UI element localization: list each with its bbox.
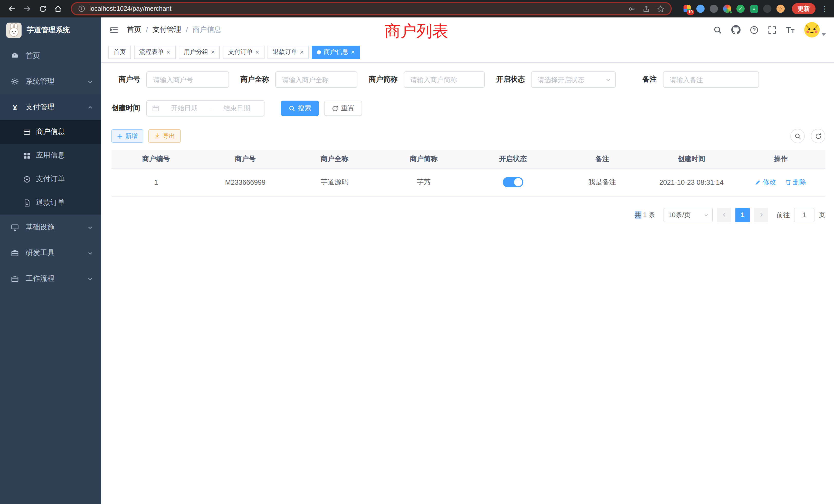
- github-icon[interactable]: [731, 25, 741, 35]
- font-size-icon[interactable]: [786, 26, 795, 34]
- prev-page-button[interactable]: [717, 208, 731, 222]
- page-size-select[interactable]: 10条/页: [663, 208, 713, 222]
- site-info-icon[interactable]: [78, 5, 85, 12]
- col-status: 开启状态: [468, 150, 558, 168]
- tab-refund-orders[interactable]: 退款订单 ×: [267, 45, 309, 59]
- tab-user-group[interactable]: 用户分组 ×: [178, 45, 220, 59]
- search-button[interactable]: 搜索: [281, 100, 319, 116]
- cell-remark: 我是备注: [558, 168, 647, 196]
- breadcrumb-item-home[interactable]: 首页: [127, 25, 141, 35]
- search-icon[interactable]: [713, 25, 722, 34]
- gear-icon: [10, 77, 20, 86]
- sidebar-item-label: 支付管理: [26, 102, 54, 112]
- delete-link[interactable]: 删除: [785, 178, 806, 187]
- page-number-button[interactable]: 1: [736, 208, 750, 222]
- start-date-placeholder[interactable]: 开始日期: [162, 104, 206, 113]
- sidebar-item-label: 系统管理: [26, 77, 54, 86]
- next-page-button[interactable]: [754, 208, 768, 222]
- extension-face-icon[interactable]: ツ: [776, 5, 785, 13]
- goto-page-input[interactable]: [794, 208, 814, 222]
- col-actions: 操作: [736, 150, 826, 168]
- sidebar-item-app-info[interactable]: 应用信息: [0, 144, 101, 167]
- col-short-name: 商户简称: [379, 150, 468, 168]
- reset-button[interactable]: 重置: [324, 100, 362, 116]
- close-icon[interactable]: ×: [167, 49, 170, 55]
- sidebar-item-home[interactable]: 首页: [0, 43, 101, 69]
- close-icon[interactable]: ×: [211, 49, 215, 55]
- refresh-table-button[interactable]: [811, 129, 825, 143]
- remark-input[interactable]: [663, 71, 759, 88]
- edit-link[interactable]: 修改: [755, 178, 776, 187]
- add-button[interactable]: 新增: [111, 129, 143, 143]
- password-key-icon[interactable]: [628, 5, 636, 13]
- browser-forward-button[interactable]: [21, 2, 34, 16]
- browser-back-button[interactable]: [5, 2, 19, 16]
- end-date-placeholder[interactable]: 结束日期: [215, 104, 259, 113]
- show-search-toggle-button[interactable]: [790, 129, 805, 143]
- browser-refresh-button[interactable]: [36, 2, 49, 16]
- cell-actions: 修改 删除: [736, 168, 826, 196]
- merchant-no-input[interactable]: [146, 71, 229, 88]
- grid-icon: [23, 152, 31, 159]
- tab-home[interactable]: 首页: [108, 45, 131, 59]
- sidebar-item-payment-orders[interactable]: 支付订单: [0, 167, 101, 191]
- browser-update-button[interactable]: 更新: [792, 3, 815, 14]
- export-button[interactable]: 导出: [148, 129, 181, 143]
- search-button-label: 搜索: [298, 104, 311, 113]
- sidebar-item-dev-tools[interactable]: 研发工具: [0, 240, 101, 266]
- breadcrumb-item-merchant-info: 商户信息: [193, 25, 221, 35]
- remark-label: 备注: [642, 75, 657, 84]
- close-icon[interactable]: ×: [300, 49, 304, 55]
- fullscreen-icon[interactable]: [768, 25, 776, 34]
- sidebar-item-refund-orders[interactable]: 退款订单: [0, 191, 101, 214]
- address-bar[interactable]: localhost:1024/pay/merchant: [71, 2, 672, 16]
- status-select[interactable]: [531, 71, 616, 88]
- sidebar-item-label: 退款订单: [36, 198, 65, 207]
- extension-gray-icon[interactable]: [710, 5, 718, 13]
- chevron-down-icon: [87, 225, 93, 230]
- close-icon[interactable]: ×: [255, 49, 259, 55]
- sidebar-item-merchant-info[interactable]: 商户信息: [0, 120, 101, 144]
- date-range-picker[interactable]: 开始日期 - 结束日期: [146, 100, 264, 116]
- filter-row-2: 创建时间 开始日期 - 结束日期 搜索: [111, 100, 825, 116]
- hamburger-icon[interactable]: [109, 25, 118, 35]
- sidebar-item-system[interactable]: 系统管理: [0, 69, 101, 94]
- short-name-input[interactable]: [404, 71, 485, 88]
- cell-full-name: 芋道源码: [290, 168, 379, 196]
- sidebar-item-workflow[interactable]: 工作流程: [0, 266, 101, 292]
- tab-process-form[interactable]: 流程表单 ×: [134, 45, 175, 59]
- sidebar-logo[interactable]: 芋道管理系统: [0, 18, 101, 43]
- delete-label: 删除: [793, 178, 806, 187]
- tab-merchant-info[interactable]: 商户信息 ×: [312, 45, 360, 59]
- extension-green-check-icon[interactable]: ✓: [737, 5, 745, 13]
- sidebar-item-infrastructure[interactable]: 基础设施: [0, 214, 101, 240]
- bookmark-star-icon[interactable]: [657, 5, 664, 13]
- sidebar-item-label: 基础设施: [26, 223, 54, 232]
- help-icon[interactable]: [750, 25, 759, 34]
- col-merchant-id: 商户编号: [111, 150, 201, 168]
- extension-dark-pin-icon[interactable]: [763, 5, 771, 13]
- status-select-input[interactable]: [531, 71, 616, 88]
- full-name-input[interactable]: [275, 71, 357, 88]
- user-avatar[interactable]: [804, 22, 826, 38]
- tab-label: 用户分组: [183, 48, 208, 56]
- briefcase-icon: [10, 275, 20, 283]
- tab-payment-orders[interactable]: 支付订单 ×: [223, 45, 264, 59]
- extension-green-note-icon[interactable]: ≡: [750, 5, 758, 13]
- logo-rabbit-avatar: [6, 23, 22, 38]
- url-text[interactable]: localhost:1024/pay/merchant: [89, 5, 172, 12]
- extension-drop-icon[interactable]: [696, 5, 705, 13]
- status-toggle[interactable]: [503, 177, 523, 187]
- browser-home-button[interactable]: [51, 2, 65, 16]
- extension-rainbow-icon[interactable]: [723, 5, 731, 13]
- active-dot: [317, 50, 321, 54]
- sidebar-item-payment[interactable]: ¥ 支付管理: [0, 94, 101, 120]
- browser-menu-icon[interactable]: ⋮: [820, 5, 829, 13]
- table-row: 1 M233666999 芋道源码 芋艿 我是备注 2021-10-23 08:…: [111, 168, 825, 196]
- close-icon[interactable]: ×: [351, 49, 355, 55]
- breadcrumb-item-payment[interactable]: 支付管理: [153, 25, 181, 35]
- pagination-total-rest: 1 条: [641, 211, 655, 219]
- share-icon[interactable]: [642, 5, 650, 13]
- card-icon: [23, 128, 31, 136]
- extensions-puzzle-icon[interactable]: 10: [683, 5, 691, 13]
